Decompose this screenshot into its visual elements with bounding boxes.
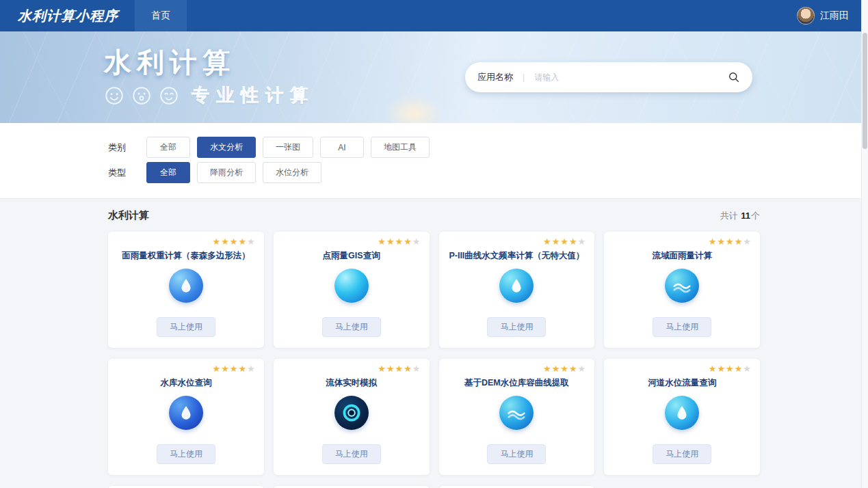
app-card[interactable]: ★★★★★P-III曲线水文频率计算（无特大值）马上使用	[439, 232, 595, 348]
rating-stars: ★★★★★	[212, 237, 255, 246]
use-button[interactable]: 马上使用	[322, 317, 381, 337]
rating-stars: ★★★★★	[543, 237, 586, 246]
brand-logo: 水利计算小程序	[0, 7, 135, 25]
app-title: 流域面雨量计算	[652, 250, 712, 262]
type-filter-0[interactable]: 全部	[146, 162, 190, 183]
rating-stars: ★★★★★	[378, 237, 421, 246]
user-name: 江雨田	[820, 10, 849, 22]
category-filter-4[interactable]: 地图工具	[371, 137, 430, 158]
type-filter-1[interactable]: 降雨分析	[197, 162, 256, 183]
app-icon	[499, 269, 534, 303]
type-buttons: 全部降雨分析水位分析	[146, 162, 321, 183]
tab-home[interactable]: 首页	[135, 0, 187, 31]
app-window: 水利计算小程序 首页 江雨田 水利计算 专业性计算	[0, 0, 868, 488]
app-title: 点雨量GIS查询	[323, 250, 380, 262]
rating-stars: ★★★★★	[709, 237, 752, 246]
smiley-icon	[131, 85, 152, 106]
app-icon	[665, 269, 699, 303]
search-input[interactable]	[534, 72, 728, 82]
search-icon[interactable]	[728, 71, 740, 83]
category-label: 类别	[108, 141, 146, 154]
scrollbar[interactable]	[861, 0, 868, 488]
use-button[interactable]: 马上使用	[157, 444, 215, 464]
app-card[interactable]: ★★★★★河道水位流量查询马上使用	[604, 359, 760, 475]
use-button[interactable]: 马上使用	[653, 317, 711, 337]
type-filter-2[interactable]: 水位分析	[263, 162, 321, 183]
rating-stars: ★★★★★	[543, 364, 586, 373]
filter-panel: 类别 全部水文分析一张图AI地图工具 类型 全部降雨分析水位分析	[0, 123, 868, 198]
hero-title: 水利计算	[104, 44, 235, 81]
section-header: 水利计算 共计 11个	[108, 209, 760, 222]
app-icon	[499, 396, 534, 430]
total-count: 共计 11个	[720, 210, 760, 222]
app-icon	[334, 396, 369, 430]
use-button[interactable]: 马上使用	[653, 444, 711, 464]
category-filter-row: 类别 全部水文分析一张图AI地图工具	[108, 137, 760, 158]
app-card[interactable]: ★★★★★流体实时模拟马上使用	[274, 359, 430, 475]
app-icon	[169, 269, 203, 303]
rating-stars: ★★★★★	[709, 364, 752, 373]
top-navbar: 水利计算小程序 首页 江雨田	[0, 0, 868, 31]
use-button[interactable]: 马上使用	[487, 444, 546, 464]
hero-subtitle: 专业性计算	[192, 83, 315, 107]
smiley-icon	[159, 85, 179, 106]
smiley-icon	[104, 85, 124, 106]
rating-stars: ★★★★★	[378, 364, 421, 373]
hero-subtitle-row: 专业性计算	[104, 83, 315, 107]
app-card[interactable]: ★★★★★基于DEM水位库容曲线提取马上使用	[439, 359, 595, 475]
search-category-label[interactable]: 应用名称	[477, 71, 513, 83]
app-title: 流体实时模拟	[326, 377, 377, 389]
search-bar: 应用名称 |	[465, 62, 752, 92]
app-card[interactable]: ★★★★★流域面雨量计算马上使用	[604, 232, 760, 348]
app-card[interactable]: ★★★★★点雨量GIS查询马上使用	[274, 232, 430, 348]
app-icon	[665, 396, 699, 430]
use-button[interactable]: 马上使用	[487, 317, 546, 337]
type-label: 类型	[108, 167, 146, 179]
scrollbar-thumb[interactable]	[863, 33, 867, 149]
app-title: 河道水位流量查询	[648, 377, 716, 389]
category-filter-2[interactable]: 一张图	[263, 137, 313, 158]
app-grid: ★★★★★面雨量权重计算（泰森多边形法）马上使用★★★★★点雨量GIS查询马上使…	[108, 232, 760, 488]
app-title: 面雨量权重计算（泰森多边形法）	[122, 250, 250, 262]
rating-stars: ★★★★★	[212, 364, 255, 373]
user-menu[interactable]: 江雨田	[797, 7, 849, 25]
category-filter-3[interactable]: AI	[320, 137, 364, 158]
category-filter-0[interactable]: 全部	[146, 137, 190, 158]
hero-banner: 水利计算 专业性计算 应用名称 |	[0, 31, 868, 123]
type-filter-row: 类型 全部降雨分析水位分析	[108, 162, 760, 183]
use-button[interactable]: 马上使用	[322, 444, 381, 464]
app-title: 水库水位查询	[160, 377, 211, 389]
user-avatar	[797, 7, 815, 25]
section-title: 水利计算	[108, 209, 149, 222]
category-filter-1[interactable]: 水文分析	[197, 137, 256, 158]
use-button[interactable]: 马上使用	[157, 317, 215, 337]
app-icon	[169, 396, 203, 430]
app-icon	[334, 269, 369, 303]
category-buttons: 全部水文分析一张图AI地图工具	[146, 137, 430, 158]
app-card[interactable]: ★★★★★水库水位查询马上使用	[108, 359, 264, 475]
app-card[interactable]: ★★★★★面雨量权重计算（泰森多边形法）马上使用	[108, 232, 264, 348]
app-title: 基于DEM水位库容曲线提取	[464, 377, 569, 389]
app-title: P-III曲线水文频率计算（无特大值）	[449, 250, 584, 262]
search-divider: |	[523, 72, 525, 82]
main-content: 水利计算 共计 11个 ★★★★★面雨量权重计算（泰森多边形法）马上使用★★★★…	[0, 198, 868, 488]
